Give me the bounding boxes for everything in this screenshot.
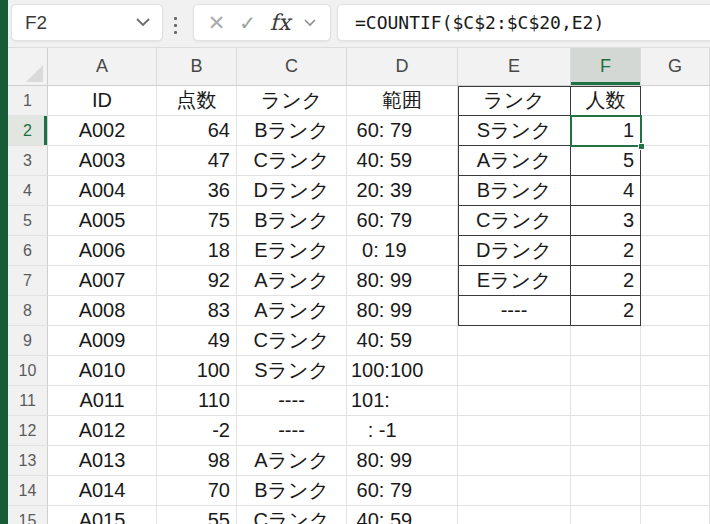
cell-E11[interactable] bbox=[458, 386, 571, 416]
cell-A6[interactable]: A006 bbox=[48, 236, 157, 266]
cell-C13[interactable]: Aランク bbox=[237, 446, 347, 476]
cell-B1[interactable]: 点数 bbox=[157, 86, 237, 116]
cell-B5[interactable]: 75 bbox=[157, 206, 237, 236]
row-header-9[interactable]: 9 bbox=[8, 326, 48, 356]
column-header-C[interactable]: C bbox=[237, 48, 347, 85]
cell-C9[interactable]: Cランク bbox=[237, 326, 347, 356]
cell-E15[interactable] bbox=[458, 506, 571, 524]
cell-E10[interactable] bbox=[458, 356, 571, 386]
row-header-5[interactable]: 5 bbox=[8, 206, 48, 236]
cell-B9[interactable]: 49 bbox=[157, 326, 237, 356]
chevron-down-icon[interactable] bbox=[136, 18, 150, 27]
cell-E7[interactable]: Eランク bbox=[458, 266, 571, 296]
cell-B4[interactable]: 36 bbox=[157, 176, 237, 206]
cell-C15[interactable]: Cランク bbox=[237, 506, 347, 524]
column-header-F[interactable]: F bbox=[571, 48, 641, 85]
formula-bar[interactable]: =COUNTIF($C$2:$C$20,E2) bbox=[337, 4, 710, 41]
cell-C11[interactable]: ---- bbox=[237, 386, 347, 416]
cell-C6[interactable]: Eランク bbox=[237, 236, 347, 266]
cell-D3[interactable]: 40: 59 bbox=[347, 146, 458, 176]
row-header-11[interactable]: 11 bbox=[8, 386, 48, 416]
cell-E3[interactable]: Aランク bbox=[458, 146, 571, 176]
cell-B7[interactable]: 92 bbox=[157, 266, 237, 296]
name-box[interactable]: F2 bbox=[11, 4, 163, 41]
cell-B13[interactable]: 98 bbox=[157, 446, 237, 476]
cell-A8[interactable]: A008 bbox=[48, 296, 157, 326]
cell-E5[interactable]: Cランク bbox=[458, 206, 571, 236]
cell-G2[interactable] bbox=[641, 116, 710, 146]
cell-G7[interactable] bbox=[641, 266, 710, 296]
column-header-E[interactable]: E bbox=[458, 48, 571, 85]
cell-A11[interactable]: A011 bbox=[48, 386, 157, 416]
cell-C5[interactable]: Bランク bbox=[237, 206, 347, 236]
cell-E14[interactable] bbox=[458, 476, 571, 506]
cell-A15[interactable]: A015 bbox=[48, 506, 157, 524]
cell-D4[interactable]: 20: 39 bbox=[347, 176, 458, 206]
cell-B6[interactable]: 18 bbox=[157, 236, 237, 266]
cell-G3[interactable] bbox=[641, 146, 710, 176]
cell-A9[interactable]: A009 bbox=[48, 326, 157, 356]
cell-B12[interactable]: -2 bbox=[157, 416, 237, 446]
cell-C1[interactable]: ランク bbox=[237, 86, 347, 116]
cell-F3[interactable]: 5 bbox=[571, 146, 641, 176]
cell-B10[interactable]: 100 bbox=[157, 356, 237, 386]
cell-C8[interactable]: Aランク bbox=[237, 296, 347, 326]
row-header-15[interactable]: 15 bbox=[8, 506, 48, 524]
cell-A10[interactable]: A010 bbox=[48, 356, 157, 386]
row-header-1[interactable]: 1 bbox=[8, 86, 48, 116]
formula-bar-drag-handle[interactable] bbox=[174, 17, 177, 34]
row-header-7[interactable]: 7 bbox=[8, 266, 48, 296]
column-header-D[interactable]: D bbox=[347, 48, 458, 85]
cell-D8[interactable]: 80: 99 bbox=[347, 296, 458, 326]
cell-G10[interactable] bbox=[641, 356, 710, 386]
cell-G12[interactable] bbox=[641, 416, 710, 446]
cell-E1[interactable]: ランク bbox=[458, 86, 571, 116]
cell-D12[interactable]: : -1 bbox=[347, 416, 458, 446]
cell-G9[interactable] bbox=[641, 326, 710, 356]
cell-A12[interactable]: A012 bbox=[48, 416, 157, 446]
select-all-button[interactable] bbox=[8, 48, 48, 85]
cell-G14[interactable] bbox=[641, 476, 710, 506]
insert-function-icon[interactable]: fx bbox=[270, 10, 291, 35]
cell-F5[interactable]: 3 bbox=[571, 206, 641, 236]
cell-E2[interactable]: Sランク bbox=[458, 116, 571, 146]
cell-F7[interactable]: 2 bbox=[571, 266, 641, 296]
cell-G6[interactable] bbox=[641, 236, 710, 266]
cell-F1[interactable]: 人数 bbox=[571, 86, 641, 116]
cell-B2[interactable]: 64 bbox=[157, 116, 237, 146]
cell-F8[interactable]: 2 bbox=[571, 296, 641, 326]
cell-G8[interactable] bbox=[641, 296, 710, 326]
cancel-icon[interactable]: ✕ bbox=[208, 11, 226, 35]
row-header-4[interactable]: 4 bbox=[8, 176, 48, 206]
cell-G5[interactable] bbox=[641, 206, 710, 236]
row-header-2[interactable]: 2 bbox=[8, 116, 48, 146]
row-header-10[interactable]: 10 bbox=[8, 356, 48, 386]
cell-C3[interactable]: Cランク bbox=[237, 146, 347, 176]
cell-D10[interactable]: 100:100 bbox=[347, 356, 458, 386]
chevron-down-icon[interactable] bbox=[304, 19, 316, 27]
cell-F6[interactable]: 2 bbox=[571, 236, 641, 266]
enter-icon[interactable]: ✓ bbox=[239, 11, 256, 35]
cell-B14[interactable]: 70 bbox=[157, 476, 237, 506]
cell-D15[interactable]: 40: 59 bbox=[347, 506, 458, 524]
row-header-3[interactable]: 3 bbox=[8, 146, 48, 176]
cell-E6[interactable]: Dランク bbox=[458, 236, 571, 266]
cell-G1[interactable] bbox=[641, 86, 710, 116]
cell-D7[interactable]: 80: 99 bbox=[347, 266, 458, 296]
cell-B15[interactable]: 55 bbox=[157, 506, 237, 524]
cell-A7[interactable]: A007 bbox=[48, 266, 157, 296]
cell-A3[interactable]: A003 bbox=[48, 146, 157, 176]
column-header-A[interactable]: A bbox=[48, 48, 157, 85]
cell-E12[interactable] bbox=[458, 416, 571, 446]
cell-B11[interactable]: 110 bbox=[157, 386, 237, 416]
cell-A1[interactable]: ID bbox=[48, 86, 157, 116]
row-header-8[interactable]: 8 bbox=[8, 296, 48, 326]
cell-D5[interactable]: 60: 79 bbox=[347, 206, 458, 236]
cell-E13[interactable] bbox=[458, 446, 571, 476]
cell-D1[interactable]: 範囲 bbox=[347, 86, 458, 116]
cell-D11[interactable]: 101: bbox=[347, 386, 458, 416]
cell-B8[interactable]: 83 bbox=[157, 296, 237, 326]
cell-F11[interactable] bbox=[571, 386, 641, 416]
cell-G11[interactable] bbox=[641, 386, 710, 416]
cell-F14[interactable] bbox=[571, 476, 641, 506]
